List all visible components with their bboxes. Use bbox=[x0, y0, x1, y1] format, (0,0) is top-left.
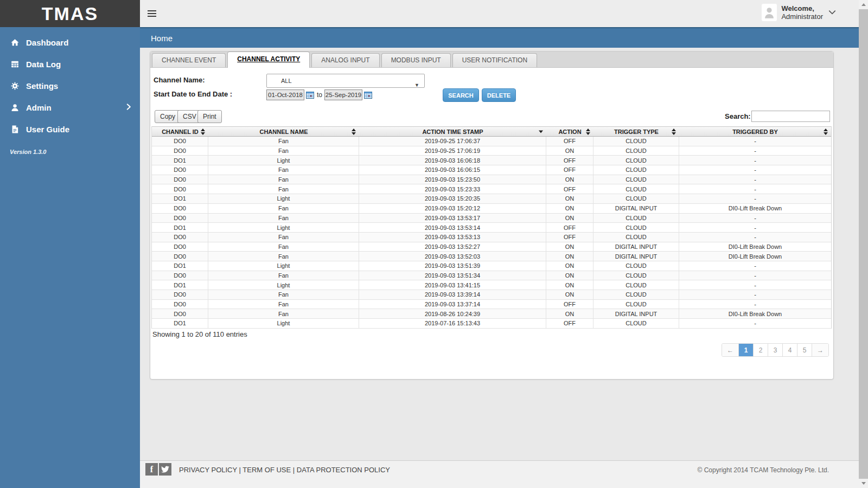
table-cell: DI0-Lift Break Down bbox=[679, 204, 831, 214]
table-cell: Light bbox=[208, 319, 359, 329]
sidebar-item-settings[interactable]: Settings bbox=[0, 75, 140, 97]
pagination-page-5[interactable]: 5 bbox=[797, 344, 812, 356]
table-row: DO0Fan2019-09-03 13:39:14ONCLOUD- bbox=[152, 290, 831, 300]
table-search-input[interactable] bbox=[751, 111, 830, 122]
sidebar-item-label: Dashboard bbox=[26, 38, 68, 47]
column-label: ACTION TIME STAMP bbox=[422, 129, 483, 135]
scrollbar-thumb[interactable] bbox=[859, 9, 868, 479]
footer-links: PRIVACY POLICY | TERM OF USE | DATA PROT… bbox=[179, 466, 390, 474]
table-cell: ON bbox=[546, 290, 593, 300]
table-cell: ON bbox=[546, 261, 593, 271]
table-header: CHANNEL ID CHANNEL NAME ACTION TIME STAM… bbox=[152, 126, 831, 137]
table-cell: 2019-08-26 10:24:39 bbox=[359, 309, 546, 319]
table-cell: Fan bbox=[208, 300, 359, 310]
tab-user-notification[interactable]: USER NOTIFICATION bbox=[452, 53, 537, 67]
channel-name-select[interactable]: ALL ▼ bbox=[266, 74, 425, 88]
pagination-page-1[interactable]: 1 bbox=[739, 344, 754, 356]
column-header-action-time-stamp[interactable]: ACTION TIME STAMP bbox=[359, 127, 546, 136]
sort-icon bbox=[586, 129, 590, 135]
calendar-icon[interactable] bbox=[364, 91, 372, 99]
channel-name-label: Channel Name: bbox=[154, 76, 205, 84]
column-header-channel-id[interactable]: CHANNEL ID bbox=[152, 127, 208, 136]
table-cell: 2019-09-03 13:53:17 bbox=[359, 214, 546, 223]
breadcrumb-bar: Home bbox=[140, 27, 859, 48]
table-cell: 2019-07-16 15:13:43 bbox=[359, 319, 546, 329]
table-cell: - bbox=[679, 223, 831, 233]
user-menu[interactable]: Welcome, Administrator bbox=[762, 4, 836, 21]
table-cell: DO0 bbox=[152, 233, 208, 242]
pagination-page-3[interactable]: 3 bbox=[768, 344, 783, 356]
sidebar-item-data-log[interactable]: Data Log bbox=[0, 53, 140, 75]
hamburger-icon[interactable] bbox=[148, 10, 156, 18]
column-header-channel-name[interactable]: CHANNEL NAME bbox=[208, 127, 359, 136]
facebook-icon[interactable]: f bbox=[145, 463, 158, 476]
document-icon bbox=[10, 124, 20, 134]
table-cell: ON bbox=[546, 309, 593, 319]
channel-name-value: ALL bbox=[281, 78, 292, 84]
pagination-next-button[interactable]: → bbox=[812, 344, 828, 356]
print-button[interactable]: Print bbox=[197, 110, 222, 123]
table-cell: 2019-09-03 13:51:39 bbox=[359, 261, 546, 271]
tab-channel-activity[interactable]: CHANNEL ACTIVITY bbox=[227, 52, 310, 68]
table-cell: DO0 bbox=[152, 137, 208, 146]
column-header-trigger-type[interactable]: TRIGGER TYPE bbox=[593, 127, 679, 136]
column-header-triggered-by[interactable]: TRIGGERED BY bbox=[679, 127, 831, 136]
table-cell: 2019-09-03 13:53:14 bbox=[359, 223, 546, 233]
pagination-page-4[interactable]: 4 bbox=[783, 344, 797, 356]
table-cell: DIGITAL INPUT bbox=[593, 309, 679, 319]
table-cell: CLOUD bbox=[593, 223, 679, 233]
pagination-prev-button[interactable]: ← bbox=[722, 344, 739, 356]
sidebar-item-user-guide[interactable]: User Guide bbox=[0, 118, 140, 140]
table-row: DO1Light2019-09-03 16:06:18OFFCLOUD- bbox=[152, 156, 831, 165]
table-cell: OFF bbox=[546, 184, 593, 194]
table-cell: 2019-09-03 16:06:15 bbox=[359, 165, 546, 175]
table-cell: Light bbox=[208, 194, 359, 204]
table-cell: DO0 bbox=[152, 214, 208, 223]
table-cell: 2019-09-03 15:23:33 bbox=[359, 184, 546, 194]
delete-button[interactable]: DELETE bbox=[482, 88, 516, 102]
data-protection-policy-link[interactable]: DATA PROTECTION POLICY bbox=[297, 466, 390, 474]
sidebar-nav: Dashboard Data Log bbox=[0, 27, 140, 140]
table-cell: ON bbox=[546, 194, 593, 204]
table-cell: Fan bbox=[208, 252, 359, 261]
sidebar-item-dashboard[interactable]: Dashboard bbox=[0, 31, 140, 53]
link-separator: | bbox=[239, 466, 241, 474]
table-cell: Fan bbox=[208, 165, 359, 175]
end-date-input[interactable]: 25-Sep-2019 bbox=[324, 89, 362, 100]
column-label: CHANNEL NAME bbox=[259, 129, 308, 135]
search-button[interactable]: SEARCH bbox=[443, 88, 479, 102]
table-cell: CLOUD bbox=[593, 175, 679, 185]
welcome-text: Welcome, bbox=[781, 4, 814, 12]
table-row: DO0Fan2019-09-25 17:06:37OFFCLOUD- bbox=[152, 137, 831, 146]
copy-button[interactable]: Copy bbox=[155, 110, 181, 123]
calendar-icon[interactable] bbox=[306, 91, 314, 99]
tab-analog-input[interactable]: ANALOG INPUT bbox=[311, 53, 379, 67]
chevron-down-icon bbox=[828, 8, 836, 17]
table-cell: - bbox=[679, 280, 831, 290]
table-cell: Light bbox=[208, 280, 359, 290]
user-avatar-icon bbox=[762, 4, 777, 21]
tab-modbus-input[interactable]: MODBUS INPUT bbox=[381, 53, 451, 67]
table-cell: - bbox=[679, 214, 831, 223]
table-search-label: Search: bbox=[725, 112, 751, 120]
user-greeting: Welcome, Administrator bbox=[781, 4, 823, 21]
table-cell: Light bbox=[208, 156, 359, 165]
column-header-action[interactable]: ACTION bbox=[546, 127, 593, 136]
table-cell: ON bbox=[546, 271, 593, 281]
term-of-use-link[interactable]: TERM OF USE bbox=[242, 466, 291, 474]
table-row: DO0Fan2019-09-25 17:06:19ONCLOUD- bbox=[152, 146, 831, 156]
start-date-input[interactable]: 01-Oct-2018 bbox=[266, 89, 304, 100]
scroll-down-button[interactable] bbox=[859, 479, 868, 488]
table-cell: DO0 bbox=[152, 242, 208, 252]
pagination-page-2[interactable]: 2 bbox=[754, 344, 768, 356]
vertical-scrollbar[interactable] bbox=[859, 0, 868, 488]
table-cell: CLOUD bbox=[593, 194, 679, 204]
column-label: TRIGGERED BY bbox=[732, 129, 778, 135]
sidebar-item-admin[interactable]: Admin bbox=[0, 97, 140, 118]
scroll-up-button[interactable] bbox=[859, 0, 868, 9]
privacy-policy-link[interactable]: PRIVACY POLICY bbox=[179, 466, 237, 474]
table-cell: - bbox=[679, 271, 831, 281]
table-cell: OFF bbox=[546, 223, 593, 233]
tab-channel-event[interactable]: CHANNEL EVENT bbox=[152, 53, 226, 67]
twitter-icon[interactable] bbox=[159, 463, 171, 476]
